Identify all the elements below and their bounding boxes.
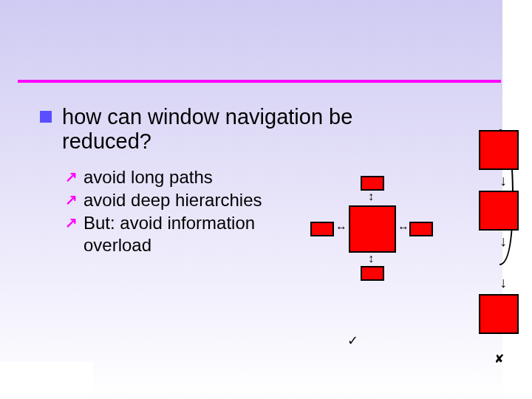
arrow-bullet-icon: ↗ bbox=[65, 191, 78, 209]
down-arrow-icon: ↓ bbox=[499, 233, 507, 248]
chain-box-icon bbox=[479, 130, 519, 170]
heading-text: how can window navigation be reduced? bbox=[62, 105, 446, 154]
arrow-bullet-icon: ↗ bbox=[65, 214, 78, 232]
hub-diagram: ↕ ↕ ↔ ↔ bbox=[310, 161, 436, 316]
list-item-text: But: avoid information overload bbox=[83, 212, 305, 256]
horizontal-rule bbox=[18, 80, 501, 83]
cross-icon: ✘ bbox=[494, 352, 504, 366]
updown-arrow-icon: ↕ bbox=[368, 191, 374, 202]
chain-box-icon bbox=[479, 294, 519, 334]
arrow-bullet-icon: ↗ bbox=[65, 168, 78, 186]
chain-box-icon bbox=[479, 191, 519, 231]
down-arrow-icon: ↓ bbox=[499, 173, 507, 188]
list-item-text: avoid long paths bbox=[83, 166, 213, 188]
list-item-text: avoid deep hierarchies bbox=[83, 189, 262, 211]
top-box-icon bbox=[361, 176, 384, 191]
bottom-box-icon bbox=[361, 266, 384, 281]
leftright-arrow-icon: ↔ bbox=[335, 222, 347, 233]
down-arrow-icon: ↓ bbox=[499, 275, 507, 290]
right-box-icon bbox=[409, 222, 433, 236]
updown-arrow-icon: ↕ bbox=[368, 253, 374, 265]
left-box-icon bbox=[310, 222, 334, 236]
square-bullet-icon bbox=[40, 111, 52, 123]
corner-patch bbox=[0, 362, 93, 399]
check-icon: ✓ bbox=[347, 332, 358, 349]
leftright-arrow-icon: ↔ bbox=[398, 222, 409, 233]
center-box-icon bbox=[349, 205, 396, 253]
